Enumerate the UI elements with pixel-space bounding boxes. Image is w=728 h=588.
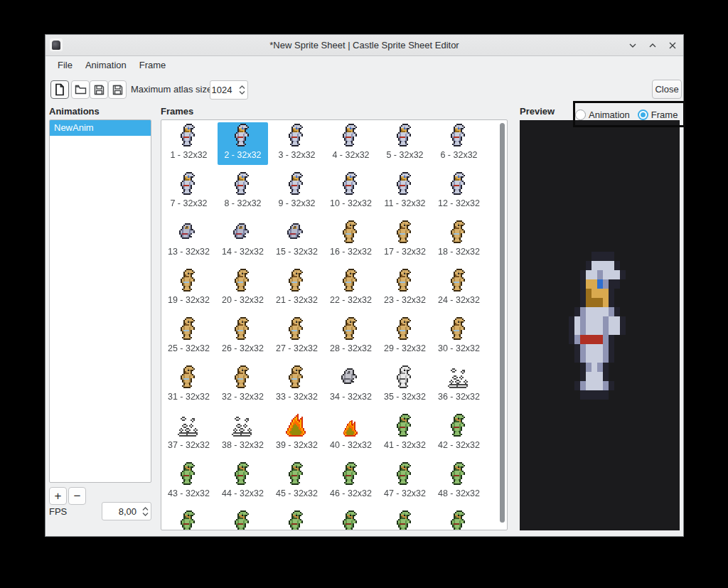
spin-up-icon[interactable]: [239, 85, 245, 90]
frame-tile[interactable]: 35 - 32x32: [380, 364, 430, 407]
frame-tile[interactable]: 38 - 32x32: [218, 412, 268, 455]
frame-tile[interactable]: 40 - 32x32: [326, 412, 376, 455]
frame-label: 25 - 32x32: [168, 343, 210, 353]
animation-list-item[interactable]: NewAnim: [50, 120, 151, 136]
frame-tile[interactable]: 8 - 32x32: [218, 171, 268, 213]
frame-label: 35 - 32x32: [384, 392, 426, 402]
radio-label-frame[interactable]: Frame: [651, 109, 678, 120]
frame-tile[interactable]: 46 - 32x32: [326, 461, 376, 503]
save-button[interactable]: [90, 80, 108, 99]
frame-tile[interactable]: 27 - 32x32: [272, 316, 322, 358]
frame-tile[interactable]: 14 - 32x32: [218, 219, 268, 262]
orc-sprite: [394, 414, 417, 437]
radio-animation[interactable]: [575, 109, 586, 120]
spinner-arrows[interactable]: [236, 85, 247, 95]
frame-tile[interactable]: 33 - 32x32: [272, 364, 322, 407]
frame-tile[interactable]: 16 - 32x32: [326, 219, 376, 262]
frame-tile[interactable]: 2 - 32x32: [218, 122, 268, 165]
titlebar[interactable]: *New Sprite Sheet | Castle Sprite Sheet …: [46, 35, 683, 56]
radio-frame[interactable]: [638, 109, 648, 120]
barbarian-sprite: [232, 365, 255, 388]
frame-tile[interactable]: 7 - 32x32: [164, 171, 214, 213]
close-window-button[interactable]: [668, 41, 678, 50]
remove-animation-button[interactable]: −: [68, 487, 86, 505]
knight-sprite: [286, 124, 309, 146]
frame-tile[interactable]: 21 - 32x32: [272, 267, 322, 310]
frame-tile[interactable]: 32 - 32x32: [218, 364, 268, 407]
barbarian-sprite: [448, 220, 471, 243]
frame-tile[interactable]: 4 - 32x32: [326, 122, 376, 165]
frame-tile[interactable]: 24 - 32x32: [434, 267, 484, 310]
frame-tile[interactable]: 11 - 32x32: [380, 171, 430, 213]
frame-tile[interactable]: 10 - 32x32: [326, 171, 376, 213]
frame-tile[interactable]: 17 - 32x32: [380, 219, 430, 262]
frame-tile[interactable]: 52 - 32x32: [326, 509, 376, 530]
frame-tile[interactable]: 20 - 32x32: [218, 267, 268, 310]
menu-animation[interactable]: Animation: [79, 57, 133, 73]
frame-tile[interactable]: 23 - 32x32: [380, 267, 430, 310]
barbarian-sprite: [232, 317, 255, 340]
frame-tile[interactable]: 37 - 32x32: [164, 412, 214, 455]
frame-tile[interactable]: 6 - 32x32: [434, 122, 484, 165]
frame-tile[interactable]: 47 - 32x32: [380, 461, 430, 503]
frame-tile[interactable]: 31 - 32x32: [164, 364, 214, 407]
knight-sprite: [340, 172, 363, 195]
animations-list[interactable]: NewAnim: [49, 119, 151, 483]
frame-tile[interactable]: 54 - 32x32: [434, 509, 484, 530]
add-animation-button[interactable]: +: [49, 487, 67, 505]
frame-tile[interactable]: 41 - 32x32: [380, 412, 430, 455]
barbarian-sprite: [394, 269, 417, 292]
frame-tile[interactable]: 5 - 32x32: [380, 122, 430, 165]
frame-tile[interactable]: 13 - 32x32: [164, 219, 214, 262]
frame-label: 36 - 32x32: [438, 392, 480, 402]
frame-tile[interactable]: 36 - 32x32: [434, 364, 484, 407]
knight-sprite: [340, 124, 363, 146]
frame-tile[interactable]: 28 - 32x32: [326, 316, 376, 358]
frame-label: 8 - 32x32: [224, 198, 261, 208]
frame-tile[interactable]: 49 - 32x32: [164, 509, 214, 530]
frame-tile[interactable]: 26 - 32x32: [218, 316, 268, 358]
minimize-button[interactable]: [628, 41, 638, 50]
frame-tile[interactable]: 43 - 32x32: [164, 461, 214, 503]
open-button[interactable]: [71, 80, 90, 99]
close-editor-button[interactable]: Close: [652, 80, 682, 99]
fps-spinner-arrows[interactable]: [139, 507, 151, 516]
save-as-button[interactable]: [108, 80, 127, 99]
frame-tile[interactable]: 3 - 32x32: [272, 122, 322, 165]
frame-tile[interactable]: 15 - 32x32: [272, 219, 322, 262]
spin-up-icon[interactable]: [142, 507, 149, 511]
frame-tile[interactable]: 39 - 32x32: [272, 412, 322, 455]
max-atlas-size-spinbox[interactable]: 1024: [210, 80, 248, 100]
frame-tile[interactable]: 1 - 32x32: [164, 122, 214, 165]
menu-frame[interactable]: Frame: [133, 57, 173, 73]
spin-down-icon[interactable]: [142, 512, 149, 516]
frame-tile[interactable]: 19 - 32x32: [164, 267, 214, 310]
frame-tile[interactable]: 42 - 32x32: [434, 412, 484, 455]
frame-label: 4 - 32x32: [332, 150, 369, 160]
orc-sprite: [448, 511, 471, 530]
frame-tile[interactable]: 9 - 32x32: [272, 171, 322, 213]
frame-tile[interactable]: 48 - 32x32: [434, 461, 484, 503]
radio-label-animation[interactable]: Animation: [589, 109, 630, 120]
frame-tile[interactable]: 44 - 32x32: [218, 461, 268, 503]
new-sprite-sheet-button[interactable]: [50, 80, 69, 99]
frame-label: 28 - 32x32: [330, 343, 372, 353]
frames-scrollbar[interactable]: [499, 122, 505, 528]
frame-tile[interactable]: 22 - 32x32: [326, 267, 376, 310]
frame-tile[interactable]: 34 - 32x32: [326, 364, 376, 407]
spin-down-icon[interactable]: [239, 90, 245, 95]
scrollbar-thumb[interactable]: [500, 123, 505, 523]
frame-tile[interactable]: 51 - 32x32: [272, 509, 322, 530]
frame-tile[interactable]: 50 - 32x32: [218, 509, 268, 530]
frame-tile[interactable]: 29 - 32x32: [380, 316, 430, 358]
frame-tile[interactable]: 45 - 32x32: [272, 461, 322, 503]
frame-tile[interactable]: 25 - 32x32: [164, 316, 214, 358]
frame-tile[interactable]: 12 - 32x32: [434, 171, 484, 213]
frame-tile[interactable]: 30 - 32x32: [434, 316, 484, 358]
fps-spinbox[interactable]: 8,00: [102, 502, 151, 520]
maximize-button[interactable]: [648, 41, 658, 50]
menu-file[interactable]: File: [51, 57, 79, 73]
frame-tile[interactable]: 53 - 32x32: [380, 509, 430, 530]
frame-tile[interactable]: 18 - 32x32: [434, 219, 484, 262]
frame-label: 20 - 32x32: [222, 295, 264, 305]
